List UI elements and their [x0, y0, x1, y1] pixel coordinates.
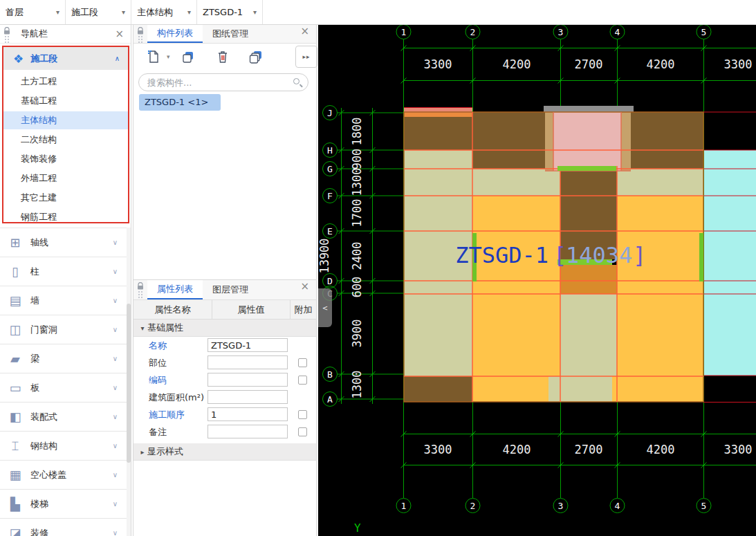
- svg-text:3300: 3300: [424, 443, 452, 456]
- svg-text:3300: 3300: [724, 57, 753, 71]
- chevron-down-icon[interactable]: ∨: [113, 239, 118, 246]
- stage-combo[interactable]: 施工段 ▾: [66, 0, 131, 24]
- sidebar-item-main-structure[interactable]: 主体结构: [3, 111, 128, 129]
- sidebar-group-beam[interactable]: ▰ 梁 ∨: [0, 344, 127, 373]
- sidebar-item-foundation[interactable]: 基础工程: [3, 92, 128, 110]
- copy-multiple-button[interactable]: [246, 46, 266, 67]
- svg-text:B: B: [327, 369, 333, 380]
- search-input[interactable]: [147, 75, 286, 90]
- new-component-button[interactable]: [143, 46, 164, 67]
- drag-handle[interactable]: [133, 25, 147, 43]
- section-closed-icon: ▸: [138, 448, 147, 456]
- drag-handle[interactable]: [133, 280, 147, 299]
- scrollbar-thumb[interactable]: [127, 304, 131, 463]
- chevron-down-icon[interactable]: ∨: [113, 500, 118, 508]
- svg-text:4200: 4200: [647, 443, 675, 456]
- sidebar-item-other-civil[interactable]: 其它土建: [3, 189, 128, 207]
- lock-icon: [137, 282, 144, 290]
- sidebar-item-rebar[interactable]: 钢筋工程: [3, 208, 128, 226]
- sidebar-item-secondary[interactable]: 二次结构: [3, 131, 128, 149]
- floor-combo[interactable]: 首层 ▾: [0, 0, 66, 24]
- sidebar-group-hollow-floor[interactable]: ▦ 空心楼盖 ∨: [0, 460, 127, 489]
- chevron-down-icon[interactable]: ∨: [113, 297, 118, 304]
- component-combo-value: ZTSGD-1: [203, 7, 252, 17]
- sidebar-item-earthwork[interactable]: 土方工程: [3, 73, 128, 91]
- component-label-name: ZTSGD-1: [455, 242, 548, 268]
- drag-handle[interactable]: [0, 25, 14, 43]
- name-field[interactable]: [208, 338, 288, 352]
- floor-combo-value: 首层: [6, 6, 55, 19]
- chevron-up-icon: ∧: [115, 55, 120, 62]
- close-icon[interactable]: ×: [300, 280, 309, 299]
- part-checkbox[interactable]: [298, 358, 307, 367]
- svg-text:4: 4: [615, 27, 620, 37]
- sidebar-group-column[interactable]: ▯ 柱 ∨: [0, 257, 127, 286]
- sidebar-group-opening[interactable]: ◫ 门窗洞 ∨: [0, 315, 127, 344]
- panel-collapse-handle[interactable]: <: [318, 288, 332, 327]
- svg-text:2: 2: [470, 501, 476, 511]
- sidebar-item-decoration[interactable]: 装饰装修: [3, 150, 128, 168]
- component-list-panel: 构件列表 图纸管理 × ▾ ▸▸ ZTSGD-1 <1>: [133, 25, 317, 279]
- col-property-value: 属性值: [212, 300, 291, 319]
- property-row-name: 名称: [133, 337, 316, 354]
- sidebar-group-finish[interactable]: ◪ 装修 ∨: [0, 518, 127, 536]
- remark-checkbox[interactable]: [298, 427, 307, 436]
- chevron-down-icon[interactable]: ∨: [113, 326, 118, 333]
- section-basic-properties[interactable]: ▾ 基础属性: [133, 320, 316, 337]
- section-open-icon: ▾: [138, 324, 147, 332]
- delete-component-button[interactable]: [212, 46, 233, 67]
- remark-field[interactable]: [208, 425, 288, 438]
- tab-property-list[interactable]: 属性列表: [147, 280, 203, 299]
- sidebar-group-wall[interactable]: ▤ 墙 ∨: [0, 286, 127, 315]
- area-field[interactable]: [208, 390, 288, 404]
- new-component-caret-icon[interactable]: ▾: [167, 53, 170, 60]
- sidebar-item-exterior[interactable]: 外墙工程: [3, 169, 128, 187]
- copy-component-button[interactable]: [178, 46, 199, 67]
- component-list-item[interactable]: ZTSGD-1 <1>: [139, 94, 221, 111]
- chevron-down-icon[interactable]: ∨: [113, 442, 118, 450]
- door-window-icon: ◫: [7, 322, 24, 337]
- sidebar-group-steel[interactable]: ⌶ 钢结构 ∨: [0, 431, 127, 460]
- property-row-sequence: 施工顺序: [133, 406, 316, 423]
- search-box: [138, 73, 308, 91]
- chevron-down-icon[interactable]: ∨: [113, 471, 118, 479]
- svg-text:3900: 3900: [350, 320, 364, 348]
- code-field[interactable]: [208, 373, 288, 387]
- tab-drawing-management[interactable]: 图纸管理: [203, 25, 258, 43]
- tab-layer-management[interactable]: 图层管理: [203, 280, 258, 299]
- sequence-field[interactable]: [208, 407, 288, 421]
- expand-toolbar-button[interactable]: ▸▸: [295, 46, 317, 68]
- chevron-down-icon[interactable]: ∨: [113, 268, 118, 275]
- svg-text:3300: 3300: [424, 57, 452, 71]
- section-display-style[interactable]: ▸ 显示样式: [133, 443, 316, 461]
- cad-viewport[interactable]: 1 2 3 4 5 1 2 3 4 5 J H G F E D C B A 33…: [318, 25, 756, 536]
- svg-text:1: 1: [401, 501, 407, 511]
- component-combo[interactable]: ZTSGD-1 ▾: [197, 0, 263, 24]
- chevron-down-icon: ▾: [56, 8, 59, 16]
- drag-dots-icon: [138, 36, 140, 37]
- part-field[interactable]: [208, 355, 288, 369]
- chevron-down-icon[interactable]: ∨: [113, 529, 118, 536]
- chevron-down-icon[interactable]: ∨: [113, 413, 118, 421]
- chevron-down-icon[interactable]: ∨: [113, 355, 118, 362]
- close-icon[interactable]: ×: [300, 25, 309, 43]
- sequence-checkbox[interactable]: [298, 410, 307, 419]
- sidebar-group-slab[interactable]: ▭ 板 ∨: [0, 373, 127, 402]
- sidebar-group-prefab[interactable]: ◧ 装配式 ∨: [0, 402, 127, 431]
- chevron-down-icon[interactable]: ∨: [113, 384, 118, 391]
- category-combo[interactable]: 主体结构 ▾: [131, 0, 197, 24]
- component-panel-tabbar: 构件列表 图纸管理 ×: [133, 25, 316, 44]
- sidebar-scrollbar[interactable]: [127, 228, 131, 536]
- total-dimension: 13900: [318, 238, 331, 273]
- close-icon[interactable]: ×: [115, 28, 124, 40]
- tab-component-list[interactable]: 构件列表: [147, 25, 203, 43]
- sidebar-group-stairs[interactable]: ▙ 楼梯 ∨: [0, 489, 127, 518]
- svg-text:600: 600: [350, 277, 364, 298]
- col-property-name: 属性名称: [133, 300, 212, 319]
- sidebar-group-axis[interactable]: ⊞ 轴线 ∨: [0, 228, 127, 257]
- wall-icon: ▤: [7, 293, 24, 308]
- svg-text:D: D: [327, 276, 333, 286]
- navigation-sidebar: 导航栏 × ❖ 施工段 ∧ 土方工程 基础工程 主体结构 二次结构 装饰装修 外…: [0, 25, 131, 536]
- code-checkbox[interactable]: [298, 376, 307, 385]
- sidebar-group-stage[interactable]: ❖ 施工段 ∧: [3, 47, 128, 70]
